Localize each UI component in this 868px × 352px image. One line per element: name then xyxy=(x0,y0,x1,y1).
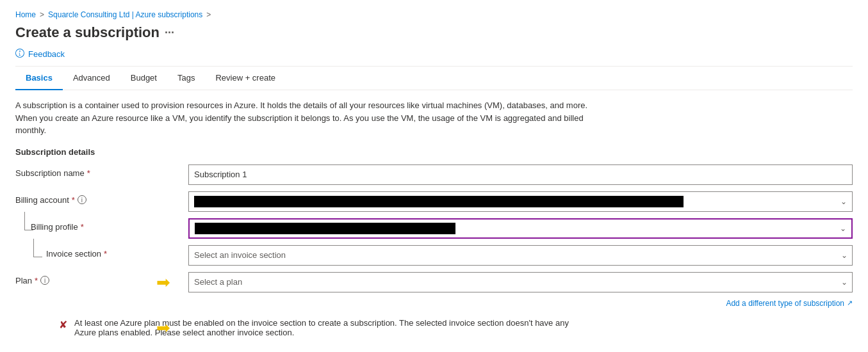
invoice-section-control: Select an invoice section ⌄ xyxy=(188,245,853,266)
error-banner: ➡ ✘ At least one Azure plan must be enab… xyxy=(15,313,592,342)
billing-account-info-icon[interactable]: i xyxy=(78,195,86,204)
breadcrumb-sep2: > xyxy=(206,10,211,19)
plan-control: Select a plan ⌄ xyxy=(188,272,853,292)
billing-profile-chevron-icon: ⌄ xyxy=(840,224,846,233)
page-title-row: Create a subscription ··· xyxy=(15,24,853,41)
billing-profile-required: * xyxy=(81,222,84,232)
breadcrumb-sep1: > xyxy=(40,10,44,19)
error-message: At least one Azure plan must be enabled … xyxy=(74,318,584,337)
more-options-icon[interactable]: ··· xyxy=(165,26,174,40)
breadcrumb-company[interactable]: Squarcle Consulting Ltd | Azure subscrip… xyxy=(48,10,202,19)
plan-info-icon[interactable]: i xyxy=(40,276,49,285)
external-link-icon: ↗ xyxy=(847,299,853,307)
feedback-button[interactable]: Feedback xyxy=(15,49,853,67)
billing-account-control: ⌄ xyxy=(188,191,853,212)
plan-select[interactable]: Select a plan xyxy=(188,272,853,292)
plan-label: Plan * i xyxy=(15,272,188,285)
billing-account-select[interactable]: ⌄ xyxy=(188,191,853,212)
page-description: A subscription is a container used to pr… xyxy=(15,99,592,137)
invoice-section-select[interactable]: Select an invoice section xyxy=(188,245,853,266)
subscription-name-required: * xyxy=(87,168,90,178)
tab-tags[interactable]: Tags xyxy=(167,67,205,90)
subscription-name-label: Subscription name * xyxy=(15,164,188,178)
billing-profile-select-wrapper: ⌄ xyxy=(188,218,853,239)
add-subscription-link-row: Add a different type of subscription ↗ xyxy=(15,299,853,308)
billing-profile-control: ⌄ xyxy=(188,218,853,239)
subscription-name-row: Subscription name * xyxy=(15,164,853,185)
billing-profile-row: Billing profile * ⌄ xyxy=(15,218,853,239)
tabs-bar: Basics Advanced Budget Tags Review + cre… xyxy=(15,67,853,90)
billing-account-label: Billing account * i xyxy=(15,191,188,205)
tab-basics[interactable]: Basics xyxy=(15,67,63,90)
add-subscription-link[interactable]: Add a different type of subscription ↗ xyxy=(726,299,853,308)
section-title: Subscription details xyxy=(15,147,853,157)
invoice-section-label: Invoice section * xyxy=(15,245,188,259)
breadcrumb: Home > Squarcle Consulting Ltd | Azure s… xyxy=(15,10,853,19)
plan-required: * xyxy=(35,276,38,285)
subscription-form: Subscription name * Billing account * i … xyxy=(15,164,853,342)
feedback-icon xyxy=(15,49,24,60)
subscription-name-input[interactable] xyxy=(188,164,853,185)
billing-account-required: * xyxy=(72,195,75,205)
billing-account-chevron-icon: ⌄ xyxy=(840,197,847,206)
invoice-section-select-wrapper: Select an invoice section ⌄ xyxy=(188,245,853,266)
billing-account-row: Billing account * i ⌄ xyxy=(15,191,853,212)
page-title: Create a subscription xyxy=(15,24,160,41)
feedback-label: Feedback xyxy=(28,49,65,59)
tab-budget[interactable]: Budget xyxy=(120,67,167,90)
billing-profile-select[interactable]: ⌄ xyxy=(188,218,853,239)
plan-row: ➡ Plan * i Select a plan ⌄ xyxy=(15,272,853,292)
tab-advanced[interactable]: Advanced xyxy=(63,67,120,90)
invoice-section-row: Invoice section * Select an invoice sect… xyxy=(15,245,853,266)
plan-select-wrapper: Select a plan ⌄ xyxy=(188,272,853,292)
error-circle-icon: ✘ xyxy=(59,319,69,331)
subscription-name-control xyxy=(188,164,853,185)
tab-review-create[interactable]: Review + create xyxy=(205,67,286,90)
billing-account-select-wrapper: ⌄ xyxy=(188,191,853,212)
breadcrumb-home[interactable]: Home xyxy=(15,10,36,19)
billing-profile-label: Billing profile * xyxy=(15,218,188,232)
invoice-section-required: * xyxy=(104,249,107,259)
